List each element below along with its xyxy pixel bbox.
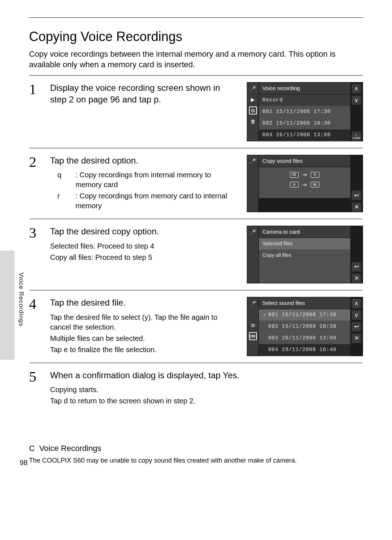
lcd-record-row[interactable]: Record: [259, 94, 350, 106]
lcd-title: Voice recording: [259, 82, 350, 94]
recording-row[interactable]: 003 26/11/2008 13:00: [259, 129, 350, 141]
lcd-voice-recording: 🎤 ▶ ⧉ 🗑 Voice recording Record 001 15/11…: [247, 82, 363, 141]
internal-icon: IN: [311, 182, 319, 188]
step-5: 5 When a confirmation dialog is displaye…: [29, 363, 363, 414]
lcd-title: Copy sound files: [259, 155, 350, 167]
step-heading: Tap the desired option.: [50, 155, 237, 166]
step-heading: When a confirmation dialog is displayed,…: [50, 370, 363, 381]
card-icon: ⎘: [311, 172, 319, 178]
step-heading: Tap the desired file.: [50, 297, 237, 309]
menu-copy-all[interactable]: Copy all files: [259, 250, 350, 261]
step-number: 5: [29, 370, 40, 407]
close-icon[interactable]: ✕: [352, 274, 361, 283]
file-row[interactable]: 003 26/11/2008 13:00: [259, 333, 350, 344]
back-icon[interactable]: ↩: [352, 262, 361, 271]
check-icon: ✓: [262, 311, 268, 318]
lcd-empty: [259, 261, 350, 283]
note-mark: C: [29, 443, 35, 454]
page-number: 98: [20, 458, 28, 468]
lcd-copy-sound-files: 🎤 Copy sound files IN ➔ ⎘ ⎘ ➔ IN: [247, 155, 363, 212]
note-section: C Voice Recordings The COOLPIX S60 may b…: [29, 443, 363, 465]
step-subtext: Tap d to return to the screen shown in s…: [50, 396, 363, 406]
step-3: 3 Tap the desired copy option. Selected …: [29, 219, 363, 290]
step-number: 3: [29, 226, 40, 283]
copy-icon[interactable]: ⧉: [249, 321, 257, 329]
section-tab: [0, 251, 15, 360]
step-number: 1: [29, 82, 40, 141]
step-subtext: Tap e to finalize the file selection.: [50, 345, 237, 355]
step-subtext: Multiple files can be selected.: [50, 334, 237, 343]
intro-text: Copy voice recordings between the intern…: [29, 49, 363, 70]
step-subtext: Copy all files: Proceed to step 5: [50, 253, 237, 262]
top-rule: [29, 17, 363, 18]
mic-icon: 🎤: [249, 299, 257, 307]
copy-in-to-card[interactable]: IN ➔ ⎘: [290, 171, 319, 179]
lcd-select-sound-files: 🎤 ⧉ OK Select sound files ✓001 15/11/200…: [247, 297, 363, 356]
scroll-up-icon[interactable]: ∧: [352, 299, 361, 308]
close-icon[interactable]: ✕: [352, 334, 361, 343]
step-heading: Tap the desired copy option.: [50, 226, 237, 237]
lcd-camera-to-card: 🎤 Camera to card Selected files Copy all…: [247, 226, 363, 283]
recording-row[interactable]: 002 15/11/2008 18:30: [259, 118, 350, 129]
step-4: 4 Tap the desired file. Tap the desired …: [29, 290, 363, 363]
back-icon[interactable]: ↩: [352, 191, 361, 200]
mic-icon: 🎤: [249, 228, 257, 236]
copy-icon[interactable]: ⧉: [249, 106, 257, 114]
mic-icon: 🎤: [249, 157, 257, 165]
step-1: 1 Display the voice recording screen sho…: [29, 75, 363, 148]
play-icon[interactable]: ▶: [249, 96, 257, 104]
copy-card-to-in[interactable]: ⎘ ➔ IN: [290, 181, 319, 189]
step-subtext: Tap the desired file to select (y). Tap …: [50, 313, 237, 332]
back-icon[interactable]: ↩: [352, 322, 361, 331]
file-row[interactable]: 002 15/11/2008 18:30: [259, 321, 350, 333]
file-row[interactable]: ✓001 15/11/2008 17:30: [259, 309, 350, 321]
arrow-right-icon: ➔: [302, 171, 307, 179]
page-title: Copying Voice Recordings: [29, 28, 363, 46]
internal-icon: IN: [290, 172, 299, 178]
mic-icon[interactable]: 🎤: [249, 85, 257, 93]
card-icon: ⎘: [290, 182, 299, 188]
lcd-title: Camera to card: [259, 226, 350, 238]
trash-icon[interactable]: 🗑: [249, 117, 257, 125]
ok-icon[interactable]: OK: [249, 332, 257, 340]
step-subtext: Selected files: Proceed to step 4: [50, 241, 237, 251]
file-row[interactable]: 004 29/11/2008 16:40: [259, 344, 350, 356]
option-key: q: [57, 170, 67, 190]
scroll-down-icon[interactable]: ∨: [352, 310, 361, 320]
step-number: 4: [29, 297, 40, 356]
close-icon[interactable]: ✕: [352, 202, 361, 212]
step-2: 2 Tap the desired option. q : Copy recor…: [29, 148, 363, 219]
lcd-title: Select sound files: [259, 297, 350, 309]
note-heading: Voice Recordings: [39, 443, 101, 454]
blank: [249, 310, 257, 318]
home-icon[interactable]: ⌂HOME: [352, 132, 361, 141]
step-number: 2: [29, 155, 40, 212]
option-text: : Copy recordings from memory card to in…: [75, 191, 237, 211]
option-text: : Copy recordings from internal memory t…: [75, 170, 237, 190]
step-heading: Display the voice recording screen shown…: [50, 82, 237, 106]
scroll-up-icon[interactable]: ∧: [352, 84, 361, 93]
scroll-down-icon[interactable]: ∨: [352, 96, 361, 105]
note-body: The COOLPIX S60 may be unable to copy so…: [29, 456, 363, 465]
option-key: r: [57, 191, 67, 211]
step-subtext: Copying starts.: [50, 385, 363, 395]
menu-selected-files[interactable]: Selected files: [259, 238, 350, 250]
arrow-right-icon: ➔: [302, 181, 307, 189]
recording-row[interactable]: 001 15/11/2008 17:30: [259, 106, 350, 118]
section-side-label: Voice Recordings: [17, 273, 25, 326]
